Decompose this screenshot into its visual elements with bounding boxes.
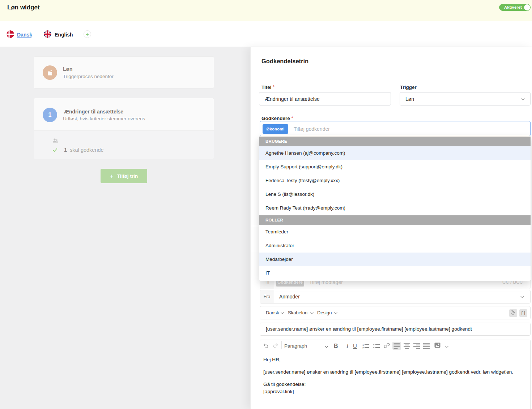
svg-text:1: 1 (362, 343, 364, 346)
svg-text:2: 2 (362, 346, 364, 350)
